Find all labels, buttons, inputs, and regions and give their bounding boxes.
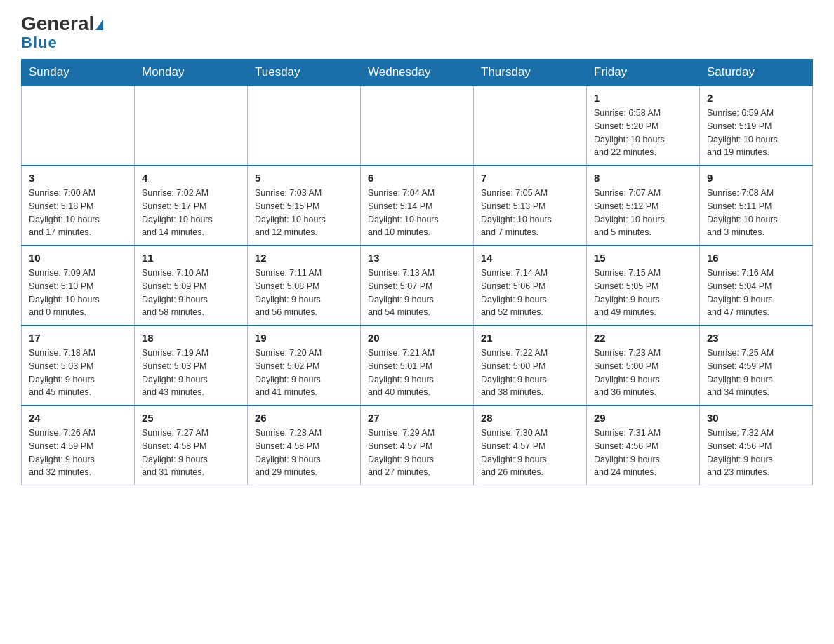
day-number: 16 [707,252,805,264]
day-info: Sunrise: 7:16 AM Sunset: 5:04 PM Dayligh… [707,267,805,319]
day-number: 21 [481,332,579,344]
day-info: Sunrise: 7:20 AM Sunset: 5:02 PM Dayligh… [255,347,353,399]
day-number: 22 [594,332,692,344]
calendar-cell: 29Sunrise: 7:31 AM Sunset: 4:56 PM Dayli… [587,405,700,485]
calendar-week-5: 24Sunrise: 7:26 AM Sunset: 4:59 PM Dayli… [22,405,813,485]
day-number: 18 [142,332,240,344]
day-info: Sunrise: 6:59 AM Sunset: 5:19 PM Dayligh… [707,107,805,159]
calendar-cell: 26Sunrise: 7:28 AM Sunset: 4:58 PM Dayli… [248,405,361,485]
day-info: Sunrise: 7:19 AM Sunset: 5:03 PM Dayligh… [142,347,240,399]
day-info: Sunrise: 7:13 AM Sunset: 5:07 PM Dayligh… [368,267,466,319]
day-info: Sunrise: 7:15 AM Sunset: 5:05 PM Dayligh… [594,267,692,319]
calendar-cell: 10Sunrise: 7:09 AM Sunset: 5:10 PM Dayli… [22,246,135,326]
calendar-cell: 7Sunrise: 7:05 AM Sunset: 5:13 PM Daylig… [474,166,587,246]
calendar-cell: 22Sunrise: 7:23 AM Sunset: 5:00 PM Dayli… [587,326,700,405]
calendar-cell: 25Sunrise: 7:27 AM Sunset: 4:58 PM Dayli… [135,405,248,485]
day-info: Sunrise: 7:32 AM Sunset: 4:56 PM Dayligh… [707,427,805,479]
calendar-week-4: 17Sunrise: 7:18 AM Sunset: 5:03 PM Dayli… [22,326,813,405]
calendar-table: SundayMondayTuesdayWednesdayThursdayFrid… [21,59,813,485]
calendar-cell: 2Sunrise: 6:59 AM Sunset: 5:19 PM Daylig… [700,86,813,166]
calendar-cell: 17Sunrise: 7:18 AM Sunset: 5:03 PM Dayli… [22,326,135,405]
day-info: Sunrise: 7:27 AM Sunset: 4:58 PM Dayligh… [142,427,240,479]
day-number: 13 [368,252,466,264]
day-number: 25 [142,412,240,424]
calendar-cell: 13Sunrise: 7:13 AM Sunset: 5:07 PM Dayli… [361,246,474,326]
calendar-cell [474,86,587,166]
day-info: Sunrise: 7:26 AM Sunset: 4:59 PM Dayligh… [29,427,127,479]
calendar-week-2: 3Sunrise: 7:00 AM Sunset: 5:18 PM Daylig… [22,166,813,246]
day-info: Sunrise: 7:02 AM Sunset: 5:17 PM Dayligh… [142,187,240,239]
day-info: Sunrise: 7:00 AM Sunset: 5:18 PM Dayligh… [29,187,127,239]
day-number: 10 [29,252,127,264]
day-number: 20 [368,332,466,344]
calendar-week-1: 1Sunrise: 6:58 AM Sunset: 5:20 PM Daylig… [22,86,813,166]
calendar-cell: 28Sunrise: 7:30 AM Sunset: 4:57 PM Dayli… [474,405,587,485]
calendar-header-row: SundayMondayTuesdayWednesdayThursdayFrid… [22,60,813,86]
day-info: Sunrise: 7:07 AM Sunset: 5:12 PM Dayligh… [594,187,692,239]
day-number: 17 [29,332,127,344]
calendar-cell: 21Sunrise: 7:22 AM Sunset: 5:00 PM Dayli… [474,326,587,405]
calendar-cell [135,86,248,166]
weekday-header-tuesday: Tuesday [248,60,361,86]
calendar-cell: 14Sunrise: 7:14 AM Sunset: 5:06 PM Dayli… [474,246,587,326]
day-info: Sunrise: 7:10 AM Sunset: 5:09 PM Dayligh… [142,267,240,319]
day-info: Sunrise: 7:25 AM Sunset: 4:59 PM Dayligh… [707,347,805,399]
day-info: Sunrise: 7:29 AM Sunset: 4:57 PM Dayligh… [368,427,466,479]
calendar-cell: 4Sunrise: 7:02 AM Sunset: 5:17 PM Daylig… [135,166,248,246]
day-number: 3 [29,172,127,184]
calendar-cell: 16Sunrise: 7:16 AM Sunset: 5:04 PM Dayli… [700,246,813,326]
logo-blue: Blue [21,34,58,52]
day-number: 24 [29,412,127,424]
day-info: Sunrise: 7:21 AM Sunset: 5:01 PM Dayligh… [368,347,466,399]
calendar-cell: 3Sunrise: 7:00 AM Sunset: 5:18 PM Daylig… [22,166,135,246]
calendar-cell: 9Sunrise: 7:08 AM Sunset: 5:11 PM Daylig… [700,166,813,246]
day-number: 7 [481,172,579,184]
day-number: 6 [368,172,466,184]
day-number: 11 [142,252,240,264]
day-info: Sunrise: 7:18 AM Sunset: 5:03 PM Dayligh… [29,347,127,399]
day-number: 12 [255,252,353,264]
calendar-cell: 20Sunrise: 7:21 AM Sunset: 5:01 PM Dayli… [361,326,474,405]
day-number: 28 [481,412,579,424]
calendar-cell [22,86,135,166]
day-info: Sunrise: 7:30 AM Sunset: 4:57 PM Dayligh… [481,427,579,479]
day-number: 26 [255,412,353,424]
weekday-header-wednesday: Wednesday [361,60,474,86]
day-info: Sunrise: 7:14 AM Sunset: 5:06 PM Dayligh… [481,267,579,319]
weekday-header-saturday: Saturday [700,60,813,86]
day-info: Sunrise: 7:28 AM Sunset: 4:58 PM Dayligh… [255,427,353,479]
day-number: 9 [707,172,805,184]
weekday-header-sunday: Sunday [22,60,135,86]
day-number: 4 [142,172,240,184]
day-number: 27 [368,412,466,424]
calendar-cell: 5Sunrise: 7:03 AM Sunset: 5:15 PM Daylig… [248,166,361,246]
day-number: 8 [594,172,692,184]
calendar-cell: 1Sunrise: 6:58 AM Sunset: 5:20 PM Daylig… [587,86,700,166]
day-number: 19 [255,332,353,344]
calendar-body: 1Sunrise: 6:58 AM Sunset: 5:20 PM Daylig… [22,86,813,485]
calendar-cell: 23Sunrise: 7:25 AM Sunset: 4:59 PM Dayli… [700,326,813,405]
page-header: General Blue [21,14,813,52]
calendar-cell [248,86,361,166]
day-info: Sunrise: 7:09 AM Sunset: 5:10 PM Dayligh… [29,267,127,319]
day-info: Sunrise: 7:04 AM Sunset: 5:14 PM Dayligh… [368,187,466,239]
day-info: Sunrise: 7:03 AM Sunset: 5:15 PM Dayligh… [255,187,353,239]
calendar-cell: 15Sunrise: 7:15 AM Sunset: 5:05 PM Dayli… [587,246,700,326]
day-number: 29 [594,412,692,424]
calendar-cell: 12Sunrise: 7:11 AM Sunset: 5:08 PM Dayli… [248,246,361,326]
day-info: Sunrise: 7:22 AM Sunset: 5:00 PM Dayligh… [481,347,579,399]
day-info: Sunrise: 7:05 AM Sunset: 5:13 PM Dayligh… [481,187,579,239]
calendar-cell: 11Sunrise: 7:10 AM Sunset: 5:09 PM Dayli… [135,246,248,326]
calendar-week-3: 10Sunrise: 7:09 AM Sunset: 5:10 PM Dayli… [22,246,813,326]
weekday-header-friday: Friday [587,60,700,86]
weekday-header-thursday: Thursday [474,60,587,86]
day-number: 14 [481,252,579,264]
day-info: Sunrise: 6:58 AM Sunset: 5:20 PM Dayligh… [594,107,692,159]
calendar-cell: 30Sunrise: 7:32 AM Sunset: 4:56 PM Dayli… [700,405,813,485]
calendar-cell: 6Sunrise: 7:04 AM Sunset: 5:14 PM Daylig… [361,166,474,246]
day-number: 5 [255,172,353,184]
day-info: Sunrise: 7:08 AM Sunset: 5:11 PM Dayligh… [707,187,805,239]
day-info: Sunrise: 7:23 AM Sunset: 5:00 PM Dayligh… [594,347,692,399]
calendar-cell [361,86,474,166]
day-info: Sunrise: 7:11 AM Sunset: 5:08 PM Dayligh… [255,267,353,319]
